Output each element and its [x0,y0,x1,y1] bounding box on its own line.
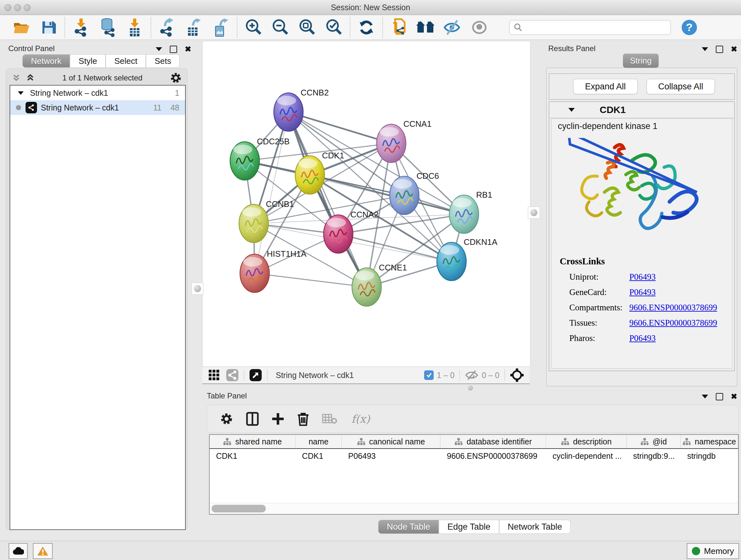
float-panel-icon[interactable] [716,46,723,53]
column-header-description[interactable]: description [546,435,626,448]
float-panel-icon[interactable] [716,393,723,400]
import-network-icon[interactable] [68,17,94,38]
memory-status-icon [692,547,700,555]
selected-nodes-checkbox[interactable] [424,370,434,380]
zoom-in-icon[interactable] [240,17,267,38]
network-collection-row[interactable]: String Network – cdk1 1 [10,85,185,100]
table-panel-window-controls: ✖ [702,393,737,400]
table-horizontal-scrollbar[interactable] [210,503,738,514]
open-in-new-window-icon[interactable] [249,369,262,381]
collapse-all-button[interactable]: Collapse All [647,79,715,94]
cell-canonical-name[interactable]: P06493 [342,449,441,463]
help-icon[interactable]: ? [676,17,703,38]
results-entry-header[interactable]: CDK1 [549,102,734,118]
import-database-icon[interactable] [94,17,121,38]
column-header-namespace[interactable]: namespace [681,435,738,448]
network-share-icon[interactable] [226,369,239,381]
cell--id[interactable]: stringdb:9... [627,449,681,463]
network-row[interactable]: String Network – cdk1 11 48 [10,100,185,115]
search-input[interactable] [509,20,671,35]
create-column-icon[interactable] [272,413,284,425]
cell-database-identifier[interactable]: 9606.ENSP00000378699 [441,449,546,463]
crosslink-label: Tissues: [569,318,629,328]
control-panel-title: Control Panel [8,44,55,53]
column-header-canonical-name[interactable]: canonical name [342,435,441,448]
edge-HIST1H1A-CCNE1[interactable] [255,273,367,287]
zoom-fit-icon[interactable] [293,17,320,38]
export-image-icon[interactable] [207,17,234,38]
edge-CCNB2-CCNE1[interactable] [288,112,367,287]
share-session-icon[interactable] [386,17,412,38]
column-header--id[interactable]: @id [627,435,681,448]
memory-button[interactable]: Memory [687,543,739,559]
cell-namespace[interactable]: stringdb [681,449,738,463]
show-columns-icon[interactable] [246,412,259,426]
expand-all-button[interactable]: Expand All [573,79,637,94]
tree-expander-icon[interactable] [18,91,23,95]
hide-selected-icon[interactable] [439,17,466,38]
table-options-gear-icon[interactable] [220,412,233,426]
toolbar-separator [267,369,267,381]
column-header-shared-name[interactable]: shared name [210,435,295,448]
close-panel-icon[interactable]: ✖ [731,393,737,400]
node-gloss [242,207,261,217]
network-view[interactable]: CCNB2CCNA1CDC25BCDK1CDC6RB1CCNB1CCNA2HIS… [202,42,530,367]
network-options-gear-icon[interactable] [170,72,182,84]
save-session-icon[interactable] [35,17,62,38]
zoom-selected-icon[interactable] [320,17,347,38]
home-view-icon[interactable] [412,17,439,38]
close-panel-icon[interactable]: ✖ [731,45,737,53]
export-network-icon[interactable] [154,17,181,38]
close-panel-icon[interactable]: ✖ [185,45,191,53]
crosslink-link[interactable]: P06493 [629,333,656,343]
cell-description[interactable]: cyclin-dependent ... [546,449,626,463]
entry-expander-icon[interactable] [568,108,575,112]
tab-edge-table[interactable]: Edge Table [439,520,499,534]
tab-style[interactable]: Style [70,54,106,68]
float-panel-icon[interactable] [170,46,177,53]
cell-name[interactable]: CDK1 [295,449,342,463]
results-panel-title: Results Panel [548,44,596,53]
tab-network[interactable]: Network [22,54,70,68]
crosslink-link[interactable]: 9606.ENSP00000378699 [629,318,717,328]
tab-sets[interactable]: Sets [146,54,180,68]
collapse-all-icon[interactable] [11,73,21,83]
crosslink-link[interactable]: P06493 [629,272,656,282]
collapse-panel-icon[interactable] [702,395,708,398]
open-session-icon[interactable] [8,17,35,38]
crosslink-link[interactable]: 9606.ENSP00000378699 [629,303,717,313]
collapse-panel-icon[interactable] [156,47,162,51]
export-table-icon[interactable] [181,17,207,38]
delete-column-icon[interactable] [297,412,309,426]
delete-table-icon [322,413,337,425]
zoom-out-icon[interactable] [267,17,293,38]
show-all-icon[interactable] [466,17,493,38]
column-header-name[interactable]: name [295,435,342,448]
tab-network-table[interactable]: Network Table [499,520,571,534]
expand-all-icon[interactable] [25,73,35,83]
hidden-count: 0 – 0 [482,371,499,380]
crosslink-row: Uniprot:P06493 [560,272,717,282]
tab-select[interactable]: Select [106,54,146,68]
crosslink-row: Compartments:9606.ENSP00000378699 [560,303,717,313]
table-row[interactable]: CDK1CDK1P064939606.ENSP00000378699cyclin… [210,449,738,463]
fit-selected-crosshair-icon[interactable] [510,368,524,382]
edge-CCNB2-CCNA1[interactable] [288,112,391,143]
scrollbar-thumb[interactable] [212,505,266,512]
import-table-icon[interactable] [121,17,148,38]
cloud-status-button[interactable] [9,543,28,559]
tab-string[interactable]: String [623,54,659,68]
node-label-CDKN1A: CDKN1A [464,237,497,247]
crosslink-link[interactable]: P06493 [629,287,656,297]
cell-shared-name[interactable]: CDK1 [210,449,295,463]
tab-node-table[interactable]: Node Table [378,520,439,534]
horizontal-splitter-handle[interactable] [468,385,473,390]
collapse-panel-icon[interactable] [702,47,708,51]
birds-eye-view-icon[interactable] [208,369,220,381]
refresh-layout-icon[interactable] [353,17,380,38]
warning-button[interactable] [33,543,53,559]
left-splitter-handle[interactable] [192,283,204,295]
right-splitter-handle[interactable] [528,206,540,219]
column-header-database-identifier[interactable]: database identifier [441,435,546,448]
crosslink-label: Uniprot: [569,272,629,282]
